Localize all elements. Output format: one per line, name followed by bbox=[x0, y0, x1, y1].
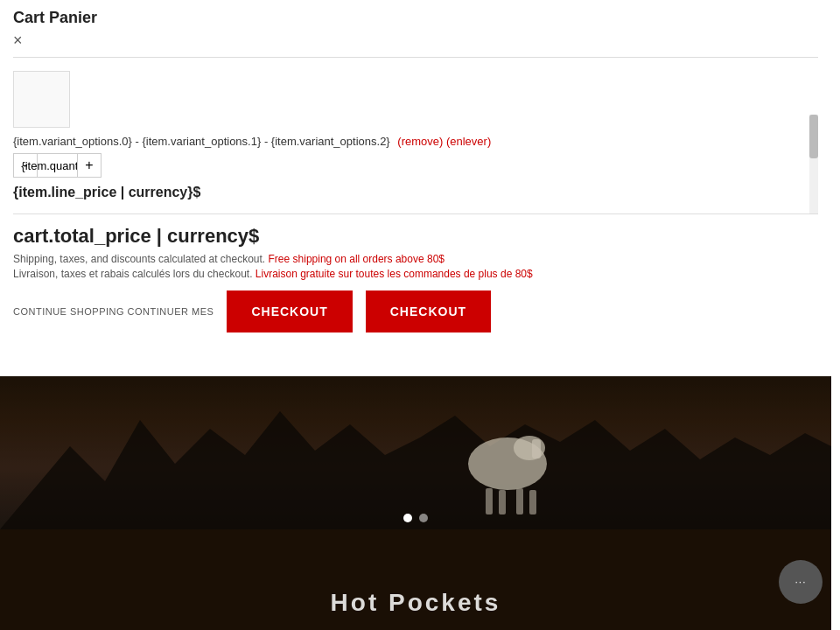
shipping-info-en: Shipping, taxes, and discounts calculate… bbox=[13, 253, 818, 265]
item-price: {item.line_price | currency}$ bbox=[13, 185, 818, 200]
chat-bubble[interactable]: ··· bbox=[779, 560, 822, 604]
cart-items-area: {item.variant_options.0} - {item.variant… bbox=[13, 57, 818, 214]
continue-shopping-link[interactable]: CONTINUE SHOPPING CONTINUER MES bbox=[13, 306, 214, 317]
free-shipping-en: Free shipping on all orders above 80$ bbox=[269, 253, 444, 265]
svg-rect-6 bbox=[529, 490, 536, 514]
carousel-dots bbox=[403, 514, 428, 522]
qty-value: {item.quantity} bbox=[38, 153, 77, 178]
svg-marker-0 bbox=[0, 411, 831, 529]
hero-background-svg bbox=[0, 376, 831, 529]
item-variant: {item.variant_options.0} - {item.variant… bbox=[13, 135, 818, 148]
hero-section bbox=[0, 376, 831, 529]
brand-title: Hot Pockets bbox=[331, 589, 501, 617]
item-quantity: - {item.quantity} + bbox=[13, 153, 818, 178]
remove-link[interactable]: (remove) (enlever) bbox=[397, 135, 491, 148]
free-shipping-fr: Livraison gratuite sur toutes les comman… bbox=[256, 268, 533, 280]
item-image bbox=[13, 71, 70, 128]
cart-actions: CONTINUE SHOPPING CONTINUER MES CHECKOUT… bbox=[13, 290, 818, 332]
cart-title: Cart Panier bbox=[13, 9, 818, 27]
dark-footer: Hot Pockets bbox=[0, 529, 831, 630]
scrollbar-thumb[interactable] bbox=[809, 115, 818, 158]
scrollbar-track[interactable] bbox=[809, 115, 818, 214]
cart-panel: Cart Panier × {item.variant_options.0} -… bbox=[0, 0, 831, 350]
cart-item: {item.variant_options.0} - {item.variant… bbox=[13, 66, 818, 205]
chat-icon: ··· bbox=[794, 576, 806, 588]
carousel-dot-1[interactable] bbox=[403, 514, 412, 522]
checkout-button-1[interactable]: CHECKOUT bbox=[227, 290, 352, 332]
shipping-info-fr: Livraison, taxes et rabais calculés lors… bbox=[13, 268, 818, 280]
close-icon[interactable]: × bbox=[13, 32, 23, 50]
svg-rect-5 bbox=[516, 488, 523, 514]
svg-rect-4 bbox=[499, 490, 506, 514]
svg-rect-3 bbox=[486, 488, 493, 514]
total-price: cart.total_price | currency$ bbox=[13, 225, 818, 248]
qty-plus-button[interactable]: + bbox=[77, 153, 102, 178]
svg-rect-7 bbox=[532, 439, 541, 458]
carousel-dot-2[interactable] bbox=[419, 514, 428, 522]
checkout-button-2[interactable]: CHECKOUT bbox=[366, 290, 491, 332]
cart-footer: cart.total_price | currency$ Shipping, t… bbox=[13, 214, 818, 341]
